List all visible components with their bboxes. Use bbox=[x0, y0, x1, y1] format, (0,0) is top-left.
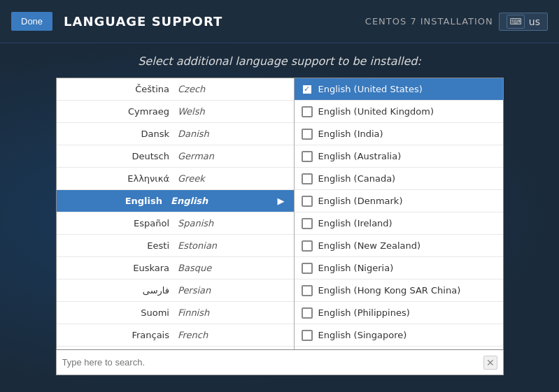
lang-english-label: Estonian bbox=[178, 240, 288, 251]
left-lang-item[interactable]: ČeštinaCzech bbox=[57, 78, 294, 101]
variant-checkbox[interactable] bbox=[302, 330, 313, 341]
lang-english-label: Spanish bbox=[178, 218, 288, 228]
variant-item[interactable]: English (Canada) bbox=[295, 168, 503, 190]
lang-native-label: English bbox=[59, 196, 171, 206]
lang-native-label: Dansk bbox=[59, 129, 178, 139]
variant-label: English (Hong Kong SAR China) bbox=[318, 285, 461, 296]
search-input[interactable] bbox=[62, 357, 478, 368]
variant-item[interactable]: English (India) bbox=[295, 123, 503, 145]
clear-search-button[interactable]: ✕ bbox=[483, 356, 497, 370]
variant-checkbox[interactable] bbox=[302, 240, 313, 252]
variant-checkbox[interactable] bbox=[302, 307, 313, 319]
variant-checkbox[interactable] bbox=[302, 106, 313, 117]
variant-item[interactable]: English (Australia) bbox=[295, 145, 503, 168]
left-language-list[interactable]: ČeštinaCzechCymraegWelshDanskDanishDeuts… bbox=[57, 78, 295, 349]
header: Done LANGUAGE SUPPORT CENTOS 7 INSTALLAT… bbox=[0, 0, 559, 43]
lang-native-label: Español bbox=[59, 218, 178, 228]
left-lang-item[interactable]: ΕλληνικάGreek bbox=[57, 168, 294, 190]
header-right: CENTOS 7 INSTALLATION ⌨ us bbox=[365, 13, 548, 31]
left-lang-item[interactable]: DeutschGerman bbox=[57, 145, 294, 168]
variant-item[interactable]: English (Denmark) bbox=[295, 190, 503, 212]
lang-native-label: Cymraeg bbox=[59, 106, 178, 117]
variant-checkbox[interactable] bbox=[302, 218, 313, 229]
lang-english-label: Welsh bbox=[178, 106, 288, 117]
variant-label: English (Nigeria) bbox=[318, 263, 394, 273]
chevron-right-icon: ▶ bbox=[274, 196, 288, 206]
variant-item[interactable]: English (South Africa) bbox=[295, 347, 503, 349]
search-bar: ✕ bbox=[56, 350, 504, 375]
variant-item[interactable]: English (Nigeria) bbox=[295, 257, 503, 280]
lang-native-label: Euskara bbox=[59, 263, 178, 273]
variant-checkbox[interactable] bbox=[302, 173, 313, 184]
lang-native-label: Suomi bbox=[59, 307, 178, 318]
variant-item[interactable]: English (New Zealand) bbox=[295, 235, 503, 257]
variant-checkbox[interactable] bbox=[302, 263, 313, 274]
variant-item[interactable]: English (Hong Kong SAR China) bbox=[295, 280, 503, 302]
variant-checkbox[interactable] bbox=[302, 151, 313, 162]
lang-native-label: Deutsch bbox=[59, 151, 178, 161]
variant-label: English (United States) bbox=[318, 84, 423, 94]
variant-checkbox[interactable] bbox=[302, 129, 313, 140]
variant-item[interactable]: English (United Kingdom) bbox=[295, 101, 503, 123]
lang-english-label: Greek bbox=[178, 173, 288, 184]
done-button[interactable]: Done bbox=[11, 12, 52, 31]
variant-label: English (Australia) bbox=[318, 151, 402, 161]
lang-english-label: German bbox=[178, 151, 288, 161]
left-lang-item[interactable]: EuskaraBasque bbox=[57, 257, 294, 280]
centos-label: CENTOS 7 INSTALLATION bbox=[365, 16, 493, 27]
lang-native-label: فارسی bbox=[59, 285, 178, 296]
lang-english-label: Persian bbox=[178, 285, 288, 296]
left-lang-item[interactable]: EestiEstonian bbox=[57, 235, 294, 257]
variant-label: English (Philippines) bbox=[318, 307, 410, 318]
variant-label: English (Denmark) bbox=[318, 196, 403, 206]
lang-english-label: English bbox=[171, 196, 274, 206]
main-content: Select additional language support to be… bbox=[0, 43, 559, 392]
variant-checkbox[interactable] bbox=[302, 84, 313, 95]
variant-label: English (Singapore) bbox=[318, 330, 407, 340]
language-panel: ČeštinaCzechCymraegWelshDanskDanishDeuts… bbox=[56, 78, 504, 375]
left-lang-item[interactable]: CymraegWelsh bbox=[57, 101, 294, 123]
variant-item[interactable]: English (Ireland) bbox=[295, 212, 503, 235]
locale-label: us bbox=[529, 16, 540, 27]
left-lang-item[interactable]: FrançaisFrench bbox=[57, 324, 294, 347]
variant-item[interactable]: English (Singapore) bbox=[295, 324, 503, 347]
lang-english-label: Basque bbox=[178, 263, 288, 273]
left-lang-item[interactable]: DanskDanish bbox=[57, 123, 294, 145]
variant-item[interactable]: English (Philippines) bbox=[295, 302, 503, 324]
lists-container: ČeštinaCzechCymraegWelshDanskDanishDeuts… bbox=[56, 78, 504, 350]
lang-native-label: Eesti bbox=[59, 240, 178, 251]
header-left: Done LANGUAGE SUPPORT bbox=[11, 12, 222, 31]
variant-label: English (United Kingdom) bbox=[318, 106, 434, 117]
lang-english-label: Finnish bbox=[178, 307, 288, 318]
page-title: LANGUAGE SUPPORT bbox=[64, 14, 222, 29]
variant-label: English (Canada) bbox=[318, 173, 396, 184]
variant-checkbox[interactable] bbox=[302, 285, 313, 296]
variant-label: English (Ireland) bbox=[318, 218, 392, 228]
lang-english-label: French bbox=[178, 330, 288, 340]
keyboard-icon: ⌨ bbox=[507, 15, 525, 29]
left-lang-item[interactable]: SuomiFinnish bbox=[57, 302, 294, 324]
lang-native-label: Čeština bbox=[59, 84, 178, 94]
right-variant-list[interactable]: English (United States)English (United K… bbox=[295, 78, 503, 349]
left-lang-item[interactable]: EnglishEnglish▶ bbox=[57, 190, 294, 212]
lang-native-label: Français bbox=[59, 330, 178, 340]
subtitle: Select additional language support to be… bbox=[138, 55, 421, 68]
left-lang-item[interactable]: فارسیPersian bbox=[57, 280, 294, 302]
lang-english-label: Danish bbox=[178, 129, 288, 139]
keyboard-locale[interactable]: ⌨ us bbox=[499, 13, 548, 31]
lang-native-label: Ελληνικά bbox=[59, 173, 178, 184]
variant-checkbox[interactable] bbox=[302, 196, 313, 207]
left-lang-item[interactable]: EspañolSpanish bbox=[57, 212, 294, 235]
lang-english-label: Czech bbox=[178, 84, 288, 94]
variant-item[interactable]: English (United States) bbox=[295, 78, 503, 101]
variant-label: English (New Zealand) bbox=[318, 240, 421, 251]
variant-label: English (India) bbox=[318, 129, 383, 139]
